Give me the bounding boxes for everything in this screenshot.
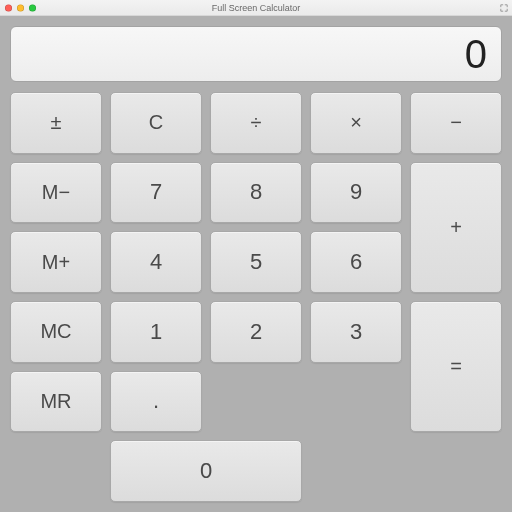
window-title: Full Screen Calculator	[0, 3, 512, 13]
digit-3-button[interactable]: 3	[310, 301, 402, 363]
app-window: Full Screen Calculator 0 ± C ÷ × − M− 7 …	[0, 0, 512, 512]
digit-1-button[interactable]: 1	[110, 301, 202, 363]
digit-4-button[interactable]: 4	[110, 231, 202, 293]
digit-6-button[interactable]: 6	[310, 231, 402, 293]
equals-button[interactable]: =	[410, 301, 502, 432]
display: 0	[10, 26, 502, 82]
multiply-button[interactable]: ×	[310, 92, 402, 154]
keypad: ± C ÷ × − M− 7 8 9 + M+ 4 5 6 MC 1 2 3 =…	[10, 92, 502, 502]
digit-9-button[interactable]: 9	[310, 162, 402, 224]
memory-minus-button[interactable]: M−	[10, 162, 102, 224]
digit-2-button[interactable]: 2	[210, 301, 302, 363]
divide-button[interactable]: ÷	[210, 92, 302, 154]
close-icon[interactable]	[5, 4, 12, 11]
plus-button[interactable]: +	[410, 162, 502, 293]
minimize-icon[interactable]	[17, 4, 24, 11]
digit-5-button[interactable]: 5	[210, 231, 302, 293]
decimal-button[interactable]: .	[110, 371, 202, 433]
minus-button[interactable]: −	[410, 92, 502, 154]
clear-button[interactable]: C	[110, 92, 202, 154]
memory-recall-button[interactable]: MR	[10, 371, 102, 433]
display-value: 0	[465, 32, 487, 77]
plus-minus-button[interactable]: ±	[10, 92, 102, 154]
fullscreen-icon[interactable]	[500, 4, 508, 12]
memory-clear-button[interactable]: MC	[10, 301, 102, 363]
digit-7-button[interactable]: 7	[110, 162, 202, 224]
digit-8-button[interactable]: 8	[210, 162, 302, 224]
window-controls	[5, 4, 36, 11]
calculator-body: 0 ± C ÷ × − M− 7 8 9 + M+ 4 5 6 MC 1 2 3…	[0, 16, 512, 512]
zoom-icon[interactable]	[29, 4, 36, 11]
digit-0-button[interactable]: 0	[110, 440, 302, 502]
memory-plus-button[interactable]: M+	[10, 231, 102, 293]
titlebar: Full Screen Calculator	[0, 0, 512, 16]
